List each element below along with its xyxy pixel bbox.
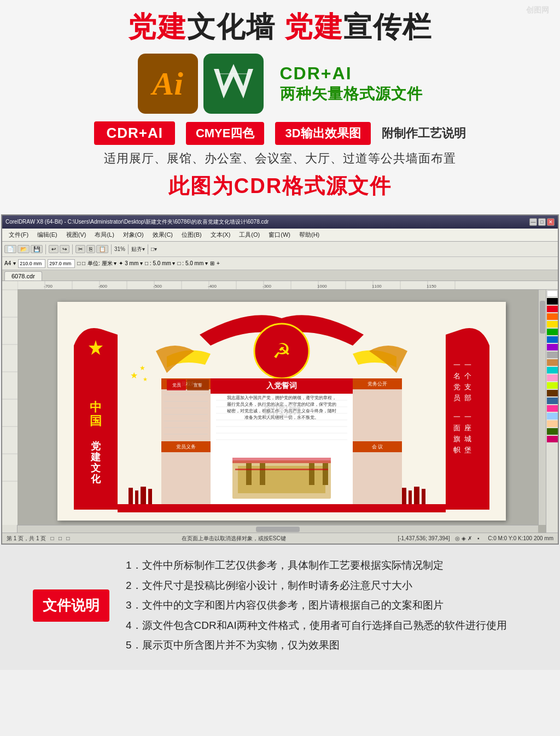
maximize-button[interactable]: □	[538, 218, 546, 226]
status-color: ▪	[477, 535, 482, 541]
cdr-propbar: A4 ▾ □ □ 单位: 厘米 ▾ ✦ 3 mm ▾ □ : 5.0 mm ▾ …	[2, 257, 558, 270]
scrollbar-v[interactable]	[538, 290, 546, 525]
svg-text:中: 中	[90, 400, 102, 414]
svg-text:-300: -300	[262, 284, 272, 289]
icon-text-block: CDR+AI 两种矢量格式源文件	[280, 63, 423, 104]
svg-rect-87	[235, 469, 328, 470]
menu-help[interactable]: 帮助(H)	[295, 230, 324, 240]
swatch-hotpink[interactable]	[547, 405, 558, 412]
menu-edit[interactable]: 编辑(E)	[33, 230, 62, 240]
swatch-crimson[interactable]	[547, 436, 558, 442]
swatch-white[interactable]	[547, 290, 558, 297]
swatch-yellow[interactable]	[547, 321, 558, 328]
tb-undo[interactable]: ↩	[49, 245, 59, 253]
svg-text:一: 一	[464, 361, 471, 369]
tb-save[interactable]: 💾	[31, 245, 43, 253]
svg-text:个: 个	[464, 372, 471, 380]
tb-redo[interactable]: ↪	[60, 245, 69, 253]
swatch-blue[interactable]	[547, 336, 558, 343]
prop-units: 单位: 厘米 ▾	[88, 260, 116, 267]
tb-new[interactable]: 📄	[4, 245, 16, 253]
icon-text-line2: 两种矢量格式源文件	[280, 84, 423, 104]
prop-height[interactable]	[48, 259, 75, 268]
svg-text:建: 建	[90, 452, 101, 463]
title-red-2: 党建	[284, 11, 343, 43]
menu-bitmap[interactable]: 位图(B)	[177, 230, 206, 240]
tb-open[interactable]: 📂	[18, 245, 30, 253]
tb-paste[interactable]: 📋	[96, 245, 108, 253]
svg-text:党: 党	[91, 441, 101, 452]
svg-text:准备为党和人民牺牲一切，永不叛党。: 准备为党和人民牺牲一切，永不叛党。	[244, 415, 319, 420]
ruler-top: -700 -600 -500 -400 -300 1000 1100 1150	[18, 281, 558, 290]
minimize-button[interactable]: —	[529, 218, 537, 226]
scroll-thumb-v[interactable]	[540, 301, 545, 334]
close-button[interactable]: ✕	[547, 218, 555, 226]
svg-rect-29	[2, 281, 18, 525]
swatch-peach[interactable]	[547, 420, 558, 427]
swatch-darkgreen[interactable]	[547, 428, 558, 435]
swatch-purple[interactable]	[547, 344, 558, 351]
file-desc-item-1: 1．文件中所标制作工艺仅供参考，具体制作工艺要根据实际情况制定	[126, 558, 527, 574]
svg-text:1000: 1000	[317, 284, 327, 289]
swatch-black[interactable]	[547, 298, 558, 305]
svg-text:国: 国	[90, 414, 102, 428]
menu-view[interactable]: 视图(V)	[62, 230, 91, 240]
cdr-title-text: CorelDRAW X8 (64-Bit) - C:\Users\Adminis…	[5, 218, 529, 226]
scroll-thumb-h[interactable]	[256, 527, 300, 532]
svg-rect-81	[232, 458, 331, 463]
svg-text:★: ★	[139, 364, 145, 372]
cdr-canvas: 中 国 党 建 文 化 一 个 支 部 一 座 城 堡	[18, 290, 546, 533]
prop-plus: +	[217, 260, 220, 266]
cdr-menubar: 文件(F) 编辑(E) 视图(V) 布局(L) 对象(O) 效果(C) 位图(B…	[2, 229, 558, 242]
swatch-gray[interactable]	[547, 352, 558, 358]
svg-rect-114	[141, 487, 146, 504]
swatch-cyan[interactable]	[547, 367, 558, 373]
badge-craft: 附制作工艺说明	[382, 125, 466, 142]
menu-text[interactable]: 文本(X)	[206, 230, 235, 240]
swatch-orange[interactable]	[547, 313, 558, 320]
swatch-brown[interactable]	[547, 359, 558, 366]
swatch-red[interactable]	[547, 306, 558, 312]
prop-sep1: ▾	[13, 260, 16, 266]
title-black-1: 文化墙	[187, 11, 284, 43]
tb-copy[interactable]: ⎘	[86, 245, 95, 253]
svg-text:党: 党	[453, 383, 460, 391]
badge-cdr-ai: CDR+AI	[94, 121, 175, 145]
menu-object[interactable]: 对象(O)	[119, 230, 148, 240]
svg-rect-85	[309, 463, 314, 485]
swatch-lightblue[interactable]	[547, 413, 558, 419]
file-desc-item-2: 2．文件尺寸是投稿比例缩小设计，制作时请务必注意尺寸大小	[126, 578, 527, 594]
menu-effects[interactable]: 效果(C)	[148, 230, 177, 240]
cdr-statusbar: 第 1 页，共 1 页 □ □ □ 在页面上单击以取消选择对象，或按ESC键 […	[2, 533, 558, 544]
swatch-lime[interactable]	[547, 382, 558, 389]
svg-text:面: 面	[453, 424, 460, 432]
menu-file[interactable]: 文件(F)	[4, 230, 33, 240]
bottom-section: 文件说明 1．文件中所标制作工艺仅供参考，具体制作工艺要根据实际情况制定 2．文…	[0, 545, 560, 670]
tab-bar: 6078.cdr	[2, 270, 558, 281]
swatch-steelblue[interactable]	[547, 398, 558, 404]
cdr-toolbar: 📄 📂 💾 ↩ ↪ ✂ ⎘ 📋 31% 贴齐▾ □▾	[2, 242, 558, 257]
menu-layout[interactable]: 布局(L)	[90, 230, 118, 240]
scrollbar-h[interactable]	[18, 525, 538, 533]
cdr-main: -700 -600 -500 -400 -300 1000 1100 1150	[2, 281, 558, 533]
file-desc-list: 1．文件中所标制作工艺仅供参考，具体制作工艺要根据实际情况制定 2．文件尺寸是投…	[126, 558, 527, 653]
swatch-pink[interactable]	[547, 375, 558, 381]
svg-text:党务公开: 党务公开	[368, 381, 387, 387]
file-desc-label: 文件说明	[33, 589, 109, 622]
svg-text:名: 名	[453, 372, 460, 380]
menu-window[interactable]: 窗口(W)	[264, 230, 295, 240]
svg-text:城: 城	[464, 435, 471, 443]
file-tab[interactable]: 6078.cdr	[4, 271, 42, 281]
prop-width[interactable]	[18, 259, 45, 268]
swatch-green[interactable]	[547, 329, 558, 335]
swatch-darkbrown[interactable]	[547, 390, 558, 396]
svg-text:座: 座	[464, 424, 471, 432]
svg-rect-112	[129, 488, 133, 504]
menu-tools[interactable]: 工具(O)	[235, 230, 264, 240]
svg-text:履行党员义务，执行党的决定，严守党的纪律，保守党的: 履行党员义务，执行党的决定，严守党的纪律，保守党的	[227, 402, 336, 407]
tb-cut[interactable]: ✂	[75, 245, 85, 253]
status-cmyk: C:0 M:0 Y:0 K:100 200 mm	[488, 535, 553, 541]
cdr-win-buttons: — □ ✕	[529, 218, 555, 226]
svg-text:宣誓: 宣誓	[194, 383, 202, 388]
svg-rect-86	[323, 463, 328, 485]
